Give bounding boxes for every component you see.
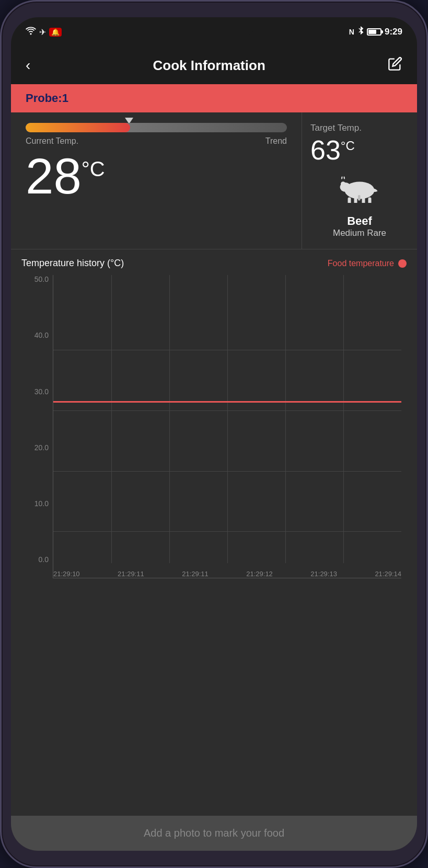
legend-dot [398,259,407,268]
svg-rect-3 [348,198,351,203]
svg-rect-8 [358,195,361,201]
v-grid-5 [343,275,344,563]
chart-container: 50.0 40.0 30.0 20.0 10.0 0.0 [21,275,407,578]
airplane-icon: ✈ [39,27,46,37]
svg-rect-4 [354,198,357,203]
back-button[interactable]: ‹ [26,57,30,74]
main-content: Current Temp. Trend 28°C Target Temp. 63… [11,112,417,816]
v-grid-2 [169,275,170,563]
temperature-panel: Current Temp. Trend 28°C Target Temp. 63… [11,112,417,249]
phone-screen: ✈ 🔔 N 9:29 ‹ Cook Information [11,17,417,851]
y-label-20: 20.0 [27,443,53,452]
battery-icon [367,28,381,36]
food-doneness: Medium Rare [333,228,386,238]
add-photo-button[interactable]: Add a photo to mark your food [11,816,417,851]
y-label-10: 10.0 [27,499,53,508]
x-label-1: 21:29:11 [118,570,144,578]
edit-button[interactable] [388,56,402,74]
svg-rect-5 [362,198,365,203]
progress-bar-fill [26,123,130,132]
chart-x-axis: 21:29:10 21:29:11 21:29:11 21:29:12 21:2… [53,568,401,578]
progress-bar-background [26,123,287,132]
legend-label: Food temperature [328,259,394,268]
food-type: Beef [347,214,372,228]
history-header: Temperature history (°C) Food temperatur… [21,258,407,269]
notch [172,17,256,37]
v-grid-4 [285,275,286,563]
wifi-icon [26,27,36,37]
cow-icon [336,172,383,210]
header: ‹ Cook Information [11,47,417,84]
trend-label: Trend [265,136,287,146]
food-temp-line [53,401,401,402]
current-temp-label: Current Temp. [26,136,78,146]
phone-frame: ✈ 🔔 N 9:29 ‹ Cook Information [0,0,428,868]
current-temp-value: 28°C [26,151,287,201]
probe-banner: Probe:1 [11,84,417,112]
history-legend: Food temperature [328,259,407,268]
add-photo-label: Add a photo to mark your food [144,827,284,839]
target-temp-section: Target Temp. 63°C [302,112,417,249]
history-section: Temperature history (°C) Food temperatur… [11,249,417,584]
y-label-30: 30.0 [27,387,53,396]
x-label-5: 21:29:14 [375,570,401,578]
y-label-40: 40.0 [27,331,53,339]
status-icons-right: N 9:29 [349,26,402,38]
target-temp-label: Target Temp. [310,123,362,133]
progress-container [26,123,287,132]
svg-rect-6 [368,198,372,203]
svg-point-7 [341,182,345,185]
x-label-2: 21:29:11 [182,570,209,578]
time-display: 9:29 [385,27,402,37]
probe-label: Probe:1 [26,92,68,105]
temp-axis-labels: Current Temp. Trend [26,136,287,146]
x-label-0: 21:29:10 [53,570,80,578]
y-label-50: 50.0 [27,275,53,283]
page-title: Cook Information [153,58,265,74]
y-label-0: 0.0 [27,555,53,564]
nfc-icon: N [349,28,354,36]
v-grid-3 [227,275,228,563]
target-temp-value: 63°C [310,135,355,165]
history-title: Temperature history (°C) [21,258,124,269]
app-status-icon: 🔔 [49,28,62,37]
chart-y-axis: 50.0 40.0 30.0 20.0 10.0 0.0 [27,275,53,578]
x-label-3: 21:29:12 [246,570,273,578]
x-label-4: 21:29:13 [310,570,337,578]
v-grid-1 [111,275,112,563]
chart-area: 50.0 40.0 30.0 20.0 10.0 0.0 [27,275,401,578]
status-icons-left: ✈ 🔔 [26,27,62,37]
current-temp-section: Current Temp. Trend 28°C [11,112,302,249]
chart-plot: 21:29:10 21:29:11 21:29:11 21:29:12 21:2… [53,275,401,578]
bluetooth-icon [357,26,364,38]
